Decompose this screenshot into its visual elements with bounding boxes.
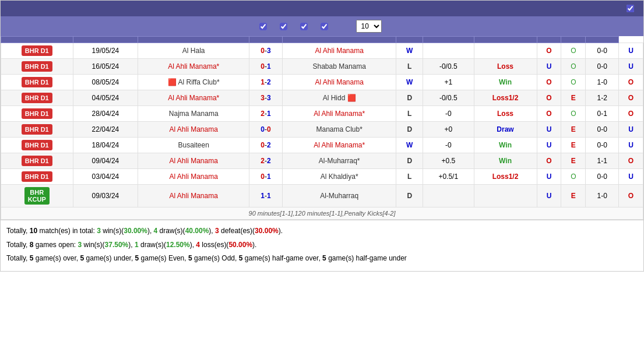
result-cell: D xyxy=(396,153,423,169)
match-badge: BHR D1 xyxy=(22,124,52,135)
match-badge-cell: BHR D1 xyxy=(1,106,73,122)
result-cell: L xyxy=(396,169,423,185)
team1-cell: Al Ahli Manama* xyxy=(138,90,249,106)
ou075-cell: U xyxy=(619,43,643,59)
score-cell: 1-2 xyxy=(249,75,283,90)
match-badge: BHR D1 xyxy=(22,156,52,166)
table-row: BHR D119/05/24Al Hala0-3Al Ahli ManamaWO… xyxy=(1,43,643,59)
team2-cell: Shabab Manama xyxy=(282,59,396,75)
filters-bar: 10 5 15 20 xyxy=(1,16,643,36)
result-cell: L xyxy=(396,59,423,75)
result-cell: D xyxy=(396,90,423,106)
match-badge-cell: BHR D1 xyxy=(1,153,73,169)
oe-cell: E xyxy=(561,185,586,207)
last-games-select[interactable]: 10 5 15 20 xyxy=(356,20,382,33)
display-notes-area[interactable] xyxy=(627,5,638,12)
filter-bhr-d1[interactable] xyxy=(280,23,290,30)
handicap-cell: -0 xyxy=(423,106,474,122)
team1-cell: 🟥 Al Riffa Club* xyxy=(138,75,249,90)
team2-cell: Al Hidd 🟥 xyxy=(282,90,396,106)
summary-line1: Totally, 10 match(es) in total: 3 win(s)… xyxy=(6,225,638,238)
score-cell: 0-2 xyxy=(249,138,283,153)
result-cell: W xyxy=(396,75,423,90)
handicap-cell: -0/0.5 xyxy=(423,59,474,75)
result-cell: L xyxy=(396,106,423,122)
filter-bhr-cup[interactable] xyxy=(300,23,310,30)
ou25-cell: U xyxy=(537,185,561,207)
display-notes-checkbox[interactable] xyxy=(627,5,634,12)
date-cell: 09/03/24 xyxy=(73,185,138,207)
score-cell: 0-0 xyxy=(249,122,283,138)
oe-cell: E xyxy=(561,138,586,153)
match-badge: BHR D1 xyxy=(22,171,52,182)
col-over-under-25 xyxy=(474,37,537,43)
table-row: BHR D104/05/24Al Ahli Manama*3-3Al Hidd … xyxy=(1,90,643,106)
handicap-cell xyxy=(423,43,474,59)
main-container: 10 5 15 20 BHR xyxy=(0,0,644,272)
header-bar xyxy=(1,1,643,16)
score-cell: 2-1 xyxy=(249,106,283,122)
date-cell: 16/05/24 xyxy=(73,59,138,75)
team2-cell: Al Ahli Manama xyxy=(282,75,396,90)
oe-cell: O xyxy=(561,43,586,59)
table-row: BHR D116/05/24Al Ahli Manama*0-1Shabab M… xyxy=(1,59,643,75)
team2-cell: Al Ahli Manama* xyxy=(282,138,396,153)
handicap-cell: -0 xyxy=(423,138,474,153)
odds-cell: Loss1/2 xyxy=(474,90,537,106)
ou075-cell: O xyxy=(619,153,643,169)
ou25-cell: U xyxy=(537,122,561,138)
notes-cell: 90 minutes[1-1],120 minutes[1-1],Penalty… xyxy=(1,207,643,220)
odds-cell xyxy=(474,185,537,207)
odds-cell: Draw xyxy=(474,122,537,138)
col-team1 xyxy=(138,37,249,43)
team1-cell: Al Ahli Manama xyxy=(138,185,249,207)
ht-cell: 1-0 xyxy=(586,185,619,207)
oe-cell: E xyxy=(561,153,586,169)
ht-cell: 1-0 xyxy=(586,75,619,90)
ou075-cell: O xyxy=(619,106,643,122)
filter-int-cf[interactable] xyxy=(259,23,269,30)
ou25-cell: O xyxy=(537,43,561,59)
odds-cell: Win xyxy=(474,153,537,169)
match-badge: BHRKCUP xyxy=(24,187,50,205)
team2-cell: Al Khaldiya* xyxy=(282,169,396,185)
oe-cell: O xyxy=(561,59,586,75)
match-badge-cell: BHR D1 xyxy=(1,138,73,153)
summary-line3: Totally, 5 game(s) over, 5 game(s) under… xyxy=(6,252,638,265)
match-badge-cell: BHR D1 xyxy=(1,59,73,75)
result-cell: D xyxy=(396,122,423,138)
summary-line2: Totally, 8 games open: 3 win(s)(37.50%),… xyxy=(6,239,638,252)
ou075-cell: U xyxy=(619,59,643,75)
date-cell: 22/04/24 xyxy=(73,122,138,138)
team1-cell: Najma Manama xyxy=(138,106,249,122)
date-cell: 18/04/24 xyxy=(73,138,138,153)
table-row: BHRKCUP09/03/24Al Ahli Manama1-1Al-Muhar… xyxy=(1,185,643,207)
handicap-cell: +0.5 xyxy=(423,153,474,169)
oe-cell: E xyxy=(561,90,586,106)
match-badge: BHR D1 xyxy=(22,93,52,103)
team1-cell: Al Ahli Manama* xyxy=(138,59,249,75)
handicap-cell: +0.5/1 xyxy=(423,169,474,185)
handicap-cell: +0 xyxy=(423,122,474,138)
ou25-cell: O xyxy=(537,90,561,106)
table-row: BHR D108/05/24🟥 Al Riffa Club*1-2Al Ahli… xyxy=(1,75,643,90)
table-header-row xyxy=(1,37,643,43)
score-cell: 3-3 xyxy=(249,90,283,106)
table-row: BHR D128/04/24Najma Manama2-1Al Ahli Man… xyxy=(1,106,643,122)
oe-cell: E xyxy=(561,122,586,138)
oe-cell: O xyxy=(561,75,586,90)
col-result xyxy=(249,37,283,43)
date-cell: 28/04/24 xyxy=(73,106,138,122)
date-cell: 09/04/24 xyxy=(73,153,138,169)
ou075-cell: O xyxy=(619,90,643,106)
notes-row: 90 minutes[1-1],120 minutes[1-1],Penalty… xyxy=(1,207,643,220)
col-date xyxy=(73,37,138,43)
match-badge-cell: BHR D1 xyxy=(1,75,73,90)
team2-cell: Al-Muharraq* xyxy=(282,153,396,169)
handicap-cell xyxy=(423,185,474,207)
odds-cell: Loss xyxy=(474,106,537,122)
odds-cell: Win xyxy=(474,75,537,90)
ht-cell: 0-0 xyxy=(586,43,619,59)
date-cell: 19/05/24 xyxy=(73,43,138,59)
filter-bhr-kcup[interactable] xyxy=(321,23,330,30)
